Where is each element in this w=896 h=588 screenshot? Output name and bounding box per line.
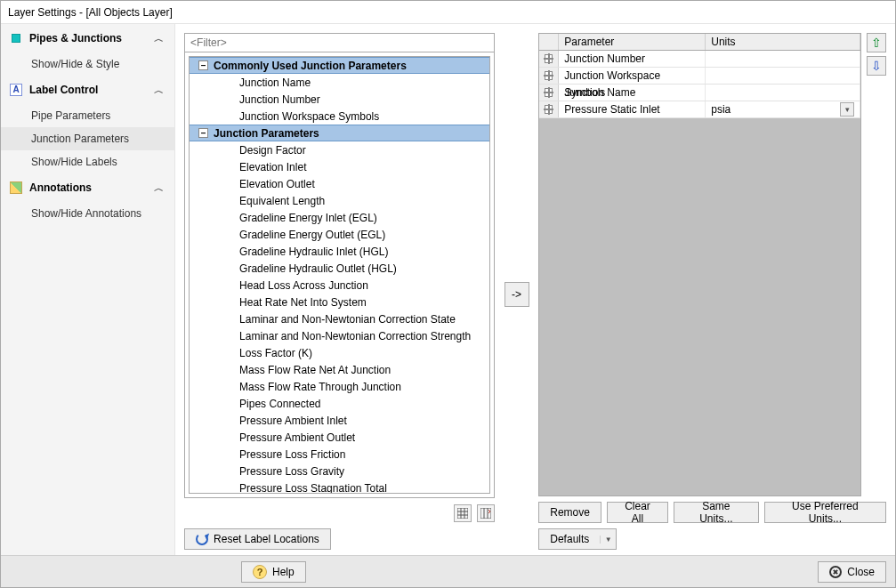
column-settings-button[interactable] xyxy=(477,504,495,522)
row-handle[interactable] xyxy=(539,68,559,84)
tree-item[interactable]: Loss Factor (K) xyxy=(190,344,489,361)
row-handle[interactable] xyxy=(539,51,559,67)
tree-wrapper: –Commonly Used Junction ParametersJuncti… xyxy=(184,52,495,498)
close-button[interactable]: Close xyxy=(818,561,886,583)
row-handle[interactable] xyxy=(539,101,559,117)
window-body: Pipes & Junctions ︿ Show/Hide & Style A … xyxy=(1,24,895,555)
window-title: Layer Settings - [All Objects Layer] xyxy=(1,1,895,24)
clear-all-button[interactable]: Clear All xyxy=(607,502,668,523)
selected-parameters-panel: Parameter Units Junction NumberJunction … xyxy=(538,33,886,555)
sidebar-group-label-control[interactable]: A Label Control ︿ xyxy=(1,76,174,104)
chevron-up-icon: ︿ xyxy=(154,84,164,97)
tree-item[interactable]: Gradeline Hydraulic Inlet (HGL) xyxy=(190,243,489,260)
tree-item[interactable]: Pressure Loss Friction xyxy=(190,446,489,463)
tree-item[interactable]: Heat Rate Net Into System xyxy=(190,294,489,310)
sidebar-item-junction-parameters[interactable]: Junction Parameters xyxy=(1,127,174,150)
sidebar-item-show-hide-style[interactable]: Show/Hide & Style xyxy=(1,52,174,76)
tree-item[interactable]: Pressure Loss Gravity xyxy=(190,463,489,479)
row-handle[interactable] xyxy=(539,85,559,101)
table-row[interactable]: Junction Workspace Symbols xyxy=(539,68,860,85)
tree-item[interactable]: Mass Flow Rate Through Junction xyxy=(190,378,489,395)
reset-label-locations-button[interactable]: Reset Label Locations xyxy=(184,528,331,550)
button-label: Defaults xyxy=(539,533,600,545)
tree-item[interactable]: Junction Name xyxy=(190,74,489,91)
sidebar-group-label: Pipes & Junctions xyxy=(29,32,122,44)
available-parameters-panel: –Commonly Used Junction ParametersJuncti… xyxy=(184,33,495,555)
cell-units[interactable] xyxy=(706,51,860,67)
grid-icon-button[interactable] xyxy=(454,504,472,522)
selected-parameters-grid[interactable]: Parameter Units Junction NumberJunction … xyxy=(538,33,861,496)
defaults-dropdown[interactable]: Defaults ▼ xyxy=(538,528,617,550)
move-up-button[interactable]: ⇧ xyxy=(867,33,886,52)
grid-icon xyxy=(457,508,468,519)
use-preferred-units-button[interactable]: Use Preferred Units... xyxy=(764,502,886,523)
tree-item[interactable]: Laminar and Non-Newtonian Correction Sta… xyxy=(190,310,489,327)
label-control-icon: A xyxy=(10,84,22,96)
sidebar-item-show-hide-labels[interactable]: Show/Hide Labels xyxy=(1,150,174,173)
sidebar-item-label: Show/Hide & Style xyxy=(31,58,119,70)
grid-header-parameter[interactable]: Parameter xyxy=(559,34,706,50)
sidebar: Pipes & Junctions ︿ Show/Hide & Style A … xyxy=(1,24,175,555)
sidebar-item-show-hide-annotations[interactable]: Show/Hide Annotations xyxy=(1,202,174,225)
help-button[interactable]: ? Help xyxy=(241,561,306,583)
sidebar-item-label: Pipe Parameters xyxy=(31,109,110,122)
move-down-button[interactable]: ⇩ xyxy=(867,56,886,76)
tree-item[interactable]: Pressure Loss Stagnation Total xyxy=(190,479,489,493)
annotations-icon xyxy=(10,181,22,194)
collapse-icon[interactable]: – xyxy=(198,60,208,70)
row-selector-icon xyxy=(545,105,553,114)
tree-item[interactable]: Junction Number xyxy=(190,91,489,108)
tree-item[interactable]: Design Factor xyxy=(190,141,489,158)
tree-item[interactable]: Pressure Ambient Outlet xyxy=(190,429,489,446)
grid-header: Parameter Units xyxy=(539,34,860,51)
tree-item[interactable]: Gradeline Hydraulic Outlet (HGL) xyxy=(190,260,489,277)
parameters-tree[interactable]: –Commonly Used Junction ParametersJuncti… xyxy=(190,57,489,493)
grid-header-units[interactable]: Units xyxy=(706,34,860,50)
tree-group[interactable]: –Commonly Used Junction Parameters xyxy=(190,57,489,74)
tree-item[interactable]: Laminar and Non-Newtonian Correction Str… xyxy=(190,327,489,344)
remove-button[interactable]: Remove xyxy=(538,502,601,523)
tree-item[interactable]: Head Loss Across Junction xyxy=(190,277,489,294)
tree-item[interactable]: Gradeline Energy Outlet (EGL) xyxy=(190,226,489,243)
tree-item[interactable]: Pipes Connected xyxy=(190,395,489,412)
button-label: Clear All xyxy=(618,500,657,525)
tree-item[interactable]: Elevation Inlet xyxy=(190,158,489,175)
cell-parameter: Junction Workspace Symbols xyxy=(559,68,706,84)
sidebar-item-pipe-parameters[interactable]: Pipe Parameters xyxy=(1,104,174,127)
cell-units[interactable]: psia▾ xyxy=(706,101,860,117)
help-icon: ? xyxy=(253,565,267,579)
tree-item[interactable]: Equivalent Length xyxy=(190,192,489,209)
arrow-up-icon: ⇧ xyxy=(871,36,882,50)
cell-units[interactable] xyxy=(706,85,860,101)
add-parameter-button[interactable]: -> xyxy=(505,282,529,307)
table-row[interactable]: Junction Number xyxy=(539,51,860,68)
arrow-down-icon: ⇩ xyxy=(871,59,882,73)
button-label: Help xyxy=(272,566,295,578)
sidebar-group-annotations[interactable]: Annotations ︿ xyxy=(1,173,174,202)
tree-item[interactable]: Gradeline Energy Inlet (EGL) xyxy=(190,209,489,226)
cell-units[interactable] xyxy=(706,68,860,84)
sidebar-group-label: Annotations xyxy=(29,181,92,194)
same-units-button[interactable]: Same Units... xyxy=(674,502,759,523)
tree-group-label: Junction Parameters xyxy=(214,127,319,140)
sidebar-group-pipes-junctions[interactable]: Pipes & Junctions ︿ xyxy=(1,24,174,52)
row-selector-icon xyxy=(545,88,553,97)
grid-header-selector[interactable] xyxy=(539,34,559,50)
tree-group-label: Commonly Used Junction Parameters xyxy=(214,60,407,72)
tree-item[interactable]: Junction Workspace Symbols xyxy=(190,108,489,125)
tree-item[interactable]: Pressure Ambient Inlet xyxy=(190,412,489,429)
layer-settings-window: Layer Settings - [All Objects Layer] Pip… xyxy=(0,0,896,588)
tree-item[interactable]: Mass Flow Rate Net At Junction xyxy=(190,361,489,378)
grid-body: Junction NumberJunction Workspace Symbol… xyxy=(539,51,860,118)
table-row[interactable]: Pressure Static Inletpsia▾ xyxy=(539,101,860,118)
table-row[interactable]: Junction Name xyxy=(539,85,860,101)
units-dropdown-icon[interactable]: ▾ xyxy=(840,102,854,117)
move-column: -> xyxy=(504,33,529,555)
tree-item[interactable]: Elevation Outlet xyxy=(190,175,489,192)
sidebar-item-label: Junction Parameters xyxy=(31,133,129,145)
filter-input[interactable] xyxy=(184,33,495,52)
tree-group[interactable]: –Junction Parameters xyxy=(190,125,489,141)
collapse-icon[interactable]: – xyxy=(198,128,208,138)
defaults-row: Defaults ▼ xyxy=(538,523,886,555)
svg-rect-5 xyxy=(480,508,491,519)
